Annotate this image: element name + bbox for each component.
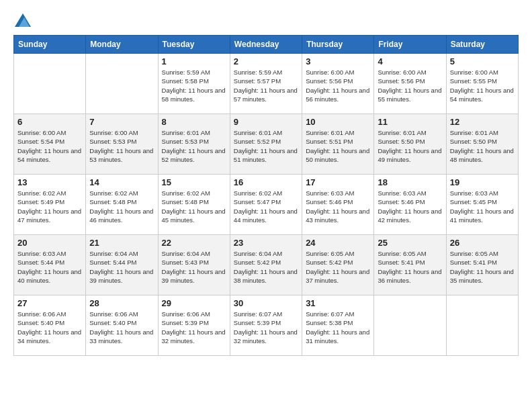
day-number: 10 <box>306 117 370 127</box>
calendar-cell: 11Sunrise: 6:01 AMSunset: 5:50 PMDayligh… <box>374 114 446 175</box>
week-row-3: 13Sunrise: 6:02 AMSunset: 5:49 PMDayligh… <box>14 175 519 235</box>
day-info: Sunrise: 6:06 AMSunset: 5:39 PMDaylight:… <box>162 310 226 345</box>
calendar-cell: 1Sunrise: 5:59 AMSunset: 5:58 PMDaylight… <box>158 54 230 114</box>
day-info: Sunrise: 6:06 AMSunset: 5:40 PMDaylight:… <box>89 310 154 345</box>
day-number: 19 <box>450 177 515 187</box>
day-info: Sunrise: 6:03 AMSunset: 5:46 PMDaylight:… <box>378 189 442 224</box>
calendar-cell: 13Sunrise: 6:02 AMSunset: 5:49 PMDayligh… <box>14 175 86 235</box>
calendar-table: SundayMondayTuesdayWednesdayThursdayFrid… <box>13 35 519 356</box>
day-number: 13 <box>17 177 82 187</box>
day-info: Sunrise: 6:02 AMSunset: 5:48 PMDaylight:… <box>162 189 226 224</box>
calendar-cell: 3Sunrise: 6:00 AMSunset: 5:56 PMDaylight… <box>302 54 374 114</box>
logo-icon <box>15 13 31 27</box>
week-row-1: 1Sunrise: 5:59 AMSunset: 5:58 PMDaylight… <box>14 54 519 114</box>
weekday-header-friday: Friday <box>374 36 446 54</box>
calendar-cell: 17Sunrise: 6:03 AMSunset: 5:46 PMDayligh… <box>302 175 374 235</box>
calendar-cell: 21Sunrise: 6:04 AMSunset: 5:44 PMDayligh… <box>86 235 158 295</box>
day-info: Sunrise: 6:05 AMSunset: 5:42 PMDaylight:… <box>306 249 370 285</box>
calendar-cell: 12Sunrise: 6:01 AMSunset: 5:50 PMDayligh… <box>446 114 518 175</box>
day-number: 8 <box>162 117 226 127</box>
day-info: Sunrise: 6:00 AMSunset: 5:54 PMDaylight:… <box>17 128 82 164</box>
day-info: Sunrise: 6:00 AMSunset: 5:56 PMDaylight:… <box>306 68 370 103</box>
day-info: Sunrise: 5:59 AMSunset: 5:57 PMDaylight:… <box>234 68 298 103</box>
calendar-cell: 7Sunrise: 6:00 AMSunset: 5:53 PMDaylight… <box>86 114 158 175</box>
calendar-cell: 8Sunrise: 6:01 AMSunset: 5:53 PMDaylight… <box>158 114 230 175</box>
week-row-5: 27Sunrise: 6:06 AMSunset: 5:40 PMDayligh… <box>14 295 519 356</box>
day-number: 1 <box>162 56 226 66</box>
day-number: 4 <box>378 56 442 66</box>
day-number: 27 <box>17 298 82 308</box>
calendar-cell: 30Sunrise: 6:07 AMSunset: 5:39 PMDayligh… <box>230 295 302 356</box>
day-info: Sunrise: 6:03 AMSunset: 5:44 PMDaylight:… <box>17 249 82 285</box>
calendar-cell: 16Sunrise: 6:02 AMSunset: 5:47 PMDayligh… <box>230 175 302 235</box>
day-info: Sunrise: 6:01 AMSunset: 5:50 PMDaylight:… <box>450 128 515 164</box>
day-info: Sunrise: 6:03 AMSunset: 5:46 PMDaylight:… <box>306 189 370 224</box>
calendar-cell: 20Sunrise: 6:03 AMSunset: 5:44 PMDayligh… <box>14 235 86 295</box>
day-info: Sunrise: 6:01 AMSunset: 5:51 PMDaylight:… <box>306 128 370 164</box>
weekday-header-tuesday: Tuesday <box>158 36 230 54</box>
day-info: Sunrise: 6:01 AMSunset: 5:52 PMDaylight:… <box>234 128 298 164</box>
day-info: Sunrise: 6:00 AMSunset: 5:55 PMDaylight:… <box>450 68 515 103</box>
calendar-cell <box>14 54 86 114</box>
day-info: Sunrise: 6:02 AMSunset: 5:49 PMDaylight:… <box>17 189 82 224</box>
day-info: Sunrise: 6:00 AMSunset: 5:53 PMDaylight:… <box>89 128 154 164</box>
day-info: Sunrise: 6:06 AMSunset: 5:40 PMDaylight:… <box>17 310 82 345</box>
weekday-header-monday: Monday <box>86 36 158 54</box>
day-info: Sunrise: 6:05 AMSunset: 5:41 PMDaylight:… <box>450 249 515 285</box>
day-number: 24 <box>306 238 370 248</box>
day-info: Sunrise: 6:04 AMSunset: 5:44 PMDaylight:… <box>89 249 154 285</box>
day-number: 30 <box>234 298 298 308</box>
day-number: 20 <box>17 238 82 248</box>
calendar-cell: 14Sunrise: 6:02 AMSunset: 5:48 PMDayligh… <box>86 175 158 235</box>
day-info: Sunrise: 5:59 AMSunset: 5:58 PMDaylight:… <box>162 68 226 103</box>
day-info: Sunrise: 6:03 AMSunset: 5:45 PMDaylight:… <box>450 189 515 224</box>
day-info: Sunrise: 6:00 AMSunset: 5:56 PMDaylight:… <box>378 68 442 103</box>
day-number: 15 <box>162 177 226 187</box>
day-number: 17 <box>306 177 370 187</box>
day-number: 16 <box>234 177 298 187</box>
day-number: 14 <box>89 177 154 187</box>
day-info: Sunrise: 6:01 AMSunset: 5:53 PMDaylight:… <box>162 128 226 164</box>
calendar-cell: 22Sunrise: 6:04 AMSunset: 5:43 PMDayligh… <box>158 235 230 295</box>
day-number: 21 <box>89 238 154 248</box>
day-number: 28 <box>89 298 154 308</box>
day-number: 31 <box>306 298 370 308</box>
calendar-cell: 19Sunrise: 6:03 AMSunset: 5:45 PMDayligh… <box>446 175 518 235</box>
day-number: 9 <box>234 117 298 127</box>
weekday-header-thursday: Thursday <box>302 36 374 54</box>
day-number: 11 <box>378 117 442 127</box>
calendar-cell: 18Sunrise: 6:03 AMSunset: 5:46 PMDayligh… <box>374 175 446 235</box>
day-number: 29 <box>162 298 226 308</box>
calendar-cell: 27Sunrise: 6:06 AMSunset: 5:40 PMDayligh… <box>14 295 86 356</box>
weekday-header-row: SundayMondayTuesdayWednesdayThursdayFrid… <box>14 36 519 54</box>
day-number: 23 <box>234 238 298 248</box>
day-number: 5 <box>450 56 515 66</box>
weekday-header-sunday: Sunday <box>14 36 86 54</box>
day-number: 12 <box>450 117 515 127</box>
calendar-cell: 10Sunrise: 6:01 AMSunset: 5:51 PMDayligh… <box>302 114 374 175</box>
calendar-cell: 26Sunrise: 6:05 AMSunset: 5:41 PMDayligh… <box>446 235 518 295</box>
day-info: Sunrise: 6:07 AMSunset: 5:39 PMDaylight:… <box>234 310 298 345</box>
calendar-cell: 24Sunrise: 6:05 AMSunset: 5:42 PMDayligh… <box>302 235 374 295</box>
day-info: Sunrise: 6:04 AMSunset: 5:42 PMDaylight:… <box>234 249 298 285</box>
day-number: 6 <box>17 117 82 127</box>
day-number: 2 <box>234 56 298 66</box>
day-info: Sunrise: 6:02 AMSunset: 5:47 PMDaylight:… <box>234 189 298 224</box>
calendar-cell <box>86 54 158 114</box>
week-row-2: 6Sunrise: 6:00 AMSunset: 5:54 PMDaylight… <box>14 114 519 175</box>
day-number: 18 <box>378 177 442 187</box>
day-number: 22 <box>162 238 226 248</box>
logo <box>13 13 31 24</box>
calendar-cell: 28Sunrise: 6:06 AMSunset: 5:40 PMDayligh… <box>86 295 158 356</box>
day-info: Sunrise: 6:07 AMSunset: 5:38 PMDaylight:… <box>306 310 370 345</box>
weekday-header-saturday: Saturday <box>446 36 518 54</box>
day-info: Sunrise: 6:05 AMSunset: 5:41 PMDaylight:… <box>378 249 442 285</box>
calendar-cell: 4Sunrise: 6:00 AMSunset: 5:56 PMDaylight… <box>374 54 446 114</box>
day-number: 3 <box>306 56 370 66</box>
calendar-cell: 31Sunrise: 6:07 AMSunset: 5:38 PMDayligh… <box>302 295 374 356</box>
calendar-cell: 2Sunrise: 5:59 AMSunset: 5:57 PMDaylight… <box>230 54 302 114</box>
week-row-4: 20Sunrise: 6:03 AMSunset: 5:44 PMDayligh… <box>14 235 519 295</box>
day-number: 26 <box>450 238 515 248</box>
day-info: Sunrise: 6:04 AMSunset: 5:43 PMDaylight:… <box>162 249 226 285</box>
calendar-cell: 15Sunrise: 6:02 AMSunset: 5:48 PMDayligh… <box>158 175 230 235</box>
